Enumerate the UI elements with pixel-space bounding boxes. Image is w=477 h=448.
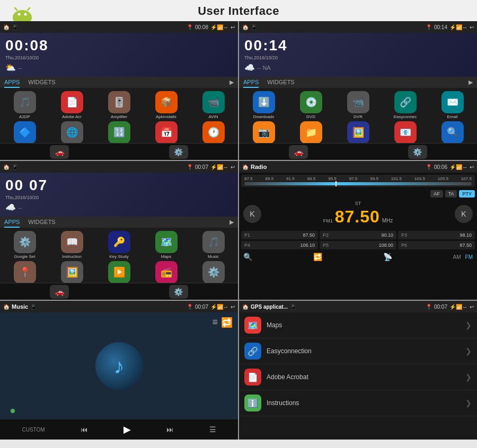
radio-prev-button[interactable]: K	[243, 205, 261, 223]
gps-easyconnect-arrow: ❯	[465, 347, 472, 355]
preset-p1[interactable]: P1 87.50	[241, 231, 318, 239]
app-easyconnect[interactable]: 🔗 Easyconnec	[383, 91, 428, 119]
music-next-button[interactable]: ⏭	[166, 425, 174, 434]
gps-item-instructions[interactable]: ℹ️ Instructions ❯	[239, 390, 477, 416]
gps-item-easyconnection[interactable]: 🔗 Easyconnection ❯	[239, 338, 477, 364]
app-icon-browser: 🌐	[61, 121, 83, 143]
page-header: User Interface	[0, 0, 477, 21]
app-filemanager[interactable]: 📁 FileManag	[288, 121, 333, 143]
app-icon-gmail: 📧	[394, 121, 417, 143]
radio-st-label: ST	[355, 201, 361, 206]
tab-apps-1[interactable]: APPS	[4, 79, 20, 88]
tab-widgets-1[interactable]: WIDGETS	[28, 79, 55, 88]
svg-rect-1	[15, 13, 30, 22]
app-browser[interactable]: 🌐 Browser	[49, 121, 94, 143]
app-icon-radio: 📻	[155, 261, 178, 283]
radio-presets: P1 87.50 P2 90.10 P3 98.10 P4 106.10 P5	[241, 231, 475, 249]
preset-p2[interactable]: P2 90.10	[320, 231, 396, 239]
app-icon-a2dp: 🎵	[14, 91, 36, 113]
nav-settings-btn-3[interactable]: ⚙️	[169, 285, 188, 299]
app-email[interactable]: ✉️ Email	[430, 91, 475, 119]
radio-loop-icon[interactable]: 🔁	[313, 253, 322, 261]
app-google[interactable]: 🔍 Google	[430, 121, 475, 143]
app-clock[interactable]: 🕐 Clock	[191, 121, 236, 143]
app-bluetooth[interactable]: 🔷 Bluetooth	[2, 121, 47, 143]
app-icon-instruction: 📖	[61, 231, 83, 253]
gps-item-maps[interactable]: 🗺️ Maps ❯	[239, 312, 477, 338]
radio-am-btn[interactable]: AM	[453, 254, 461, 260]
preset-p4[interactable]: P4 106.10	[241, 241, 318, 249]
music-play-button[interactable]: ▶	[123, 424, 131, 435]
nav-car-btn-1[interactable]: 🚗	[50, 145, 69, 159]
app-googlesettings[interactable]: ⚙️ Google Set	[2, 231, 47, 259]
music-eq-icon[interactable]: ≡	[212, 317, 218, 328]
app-icon-calendar: 📅	[155, 121, 178, 143]
music-screen: ≡ 🔁 ♪ CUSTOM ⏮ ▶ ⏭ ☰	[0, 312, 238, 440]
preset-p5[interactable]: P5 108.00	[320, 241, 396, 249]
app-maps[interactable]: 🗺️ Maps	[144, 231, 189, 259]
radio-main: K ST FM1 87.50 MHz K	[241, 201, 475, 227]
preset-p6[interactable]: P6 87.50	[398, 241, 475, 249]
radio-next-button[interactable]: K	[455, 205, 473, 223]
music-prev-button[interactable]: ⏮	[81, 425, 88, 434]
app-apkinstaller[interactable]: 📦 ApkInstalle	[144, 91, 189, 119]
app-icon-dvd: 💿	[300, 91, 322, 113]
svg-rect-7	[29, 15, 31, 21]
app-amplifier[interactable]: 🎚️ Amplifier	[96, 91, 142, 119]
app-downloads[interactable]: ⬇️ Downloads	[241, 91, 286, 119]
bottom-nav-3: 🚗 ⚙️	[0, 283, 238, 300]
radio-fm-mode-btn[interactable]: FM	[465, 254, 473, 260]
app-gallery[interactable]: 🖼️ Gallery	[335, 121, 381, 143]
nav-car-btn-2[interactable]: 🚗	[289, 145, 308, 159]
tab-widgets-3[interactable]: WIDGETS	[28, 219, 55, 228]
app-navigation[interactable]: 📍 Navigation	[2, 261, 47, 283]
tab-apps-2[interactable]: APPS	[243, 79, 259, 88]
app-fcam[interactable]: 📷 F-Cam	[241, 121, 286, 143]
nav-settings-btn-1[interactable]: ⚙️	[169, 145, 188, 159]
app-settings[interactable]: ⚙️ Settings	[191, 261, 236, 283]
svg-line-4	[15, 8, 17, 10]
app-calculator[interactable]: 🔢 Calculator	[96, 121, 142, 143]
app-screen-2: 00:14 Thu,2016/10/20 ☁️ -- NA APPS WIDGE…	[239, 33, 477, 160]
svg-point-2	[18, 13, 21, 16]
radio-ta-btn[interactable]: TA	[445, 190, 457, 198]
app-avin[interactable]: 📹 AVIN	[191, 91, 236, 119]
app-radio[interactable]: 📻 Radio	[144, 261, 189, 283]
app-icon-navigation: 📍	[14, 261, 36, 283]
app-music[interactable]: 🎵 Music	[191, 231, 236, 259]
radio-signal-icon[interactable]: 📡	[383, 253, 392, 261]
app-playstore[interactable]: ▶️ Play Store	[96, 261, 142, 283]
gps-item-adobe[interactable]: 📄 Adobe Acrobat ❯	[239, 364, 477, 390]
music-playlist-icon[interactable]: ☰	[209, 425, 216, 434]
app-dvr[interactable]: 📹 DVR	[335, 91, 381, 119]
app-instruction[interactable]: 📖 Instruction	[49, 231, 94, 259]
nav-settings-btn-2[interactable]: ⚙️	[408, 145, 427, 159]
preset-p3[interactable]: P3 98.10	[398, 231, 475, 239]
screen-5-music: 🏠 Music 📱 📍 00:07 ⚡📶↔ ↩ ≡ 🔁 ♪	[0, 301, 238, 440]
app-keystudy[interactable]: 🔑 Key Study	[96, 231, 142, 259]
app-icon-fcam: 📷	[253, 121, 275, 143]
nav-car-btn-3[interactable]: 🚗	[50, 285, 69, 299]
music-loop-icon[interactable]: 🔁	[221, 317, 233, 328]
music-album-art: ♪	[95, 342, 143, 390]
app-tabs-1: APPS WIDGETS ▶	[0, 77, 238, 88]
radio-pty-btn[interactable]: PTY	[459, 190, 475, 198]
app-adobe[interactable]: 📄 Adobe Acr	[49, 91, 94, 119]
app-photo[interactable]: 🖼️ Photo	[49, 261, 94, 283]
app-dvd[interactable]: 💿 DVD	[288, 91, 333, 119]
clock-display-2: 00:14	[244, 37, 472, 54]
app-a2dp[interactable]: 🎵 A2DP	[2, 91, 47, 119]
status-bar-4: 🏠 Radio 📍 00:06 ⚡📶↔ ↩	[239, 161, 477, 173]
radio-amfm: AM FM	[453, 254, 473, 260]
radio-search-icon[interactable]: 🔍	[243, 253, 252, 261]
radio-af-btn[interactable]: AF	[430, 190, 443, 198]
radio-freq-area: ST FM1 87.50 MHz	[323, 201, 393, 227]
tab-widgets-2[interactable]: WIDGETS	[267, 79, 294, 88]
app-calendar[interactable]: 📅 Calendar	[144, 121, 189, 143]
clock-date-2: Thu,2016/10/20	[244, 55, 472, 60]
app-icon-settings: ⚙️	[202, 261, 225, 283]
app-gmail[interactable]: 📧 Gmail	[383, 121, 428, 143]
status-bar-5: 🏠 Music 📱 📍 00:07 ⚡📶↔ ↩	[0, 301, 238, 312]
tab-apps-3[interactable]: APPS	[4, 219, 20, 228]
app-icon-amplifier: 🎚️	[108, 91, 130, 113]
